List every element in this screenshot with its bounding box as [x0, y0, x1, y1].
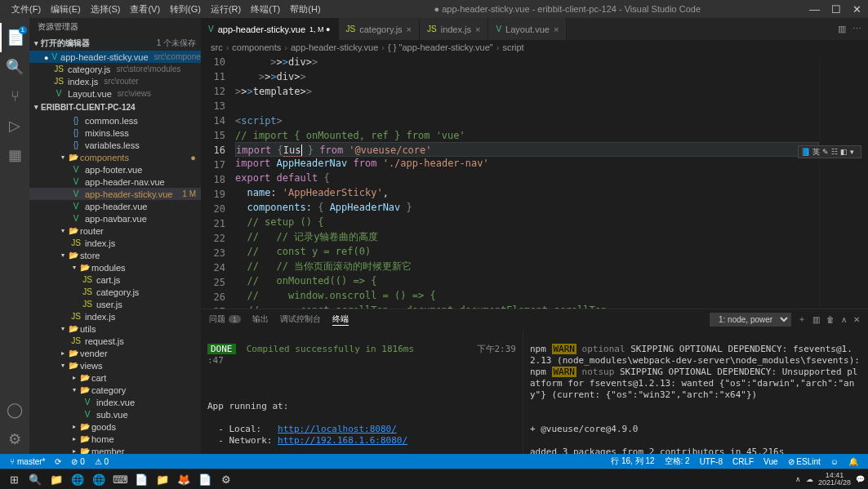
taskbar-app[interactable]: ⌨ — [109, 471, 131, 487]
menu-item[interactable]: 终端(T) — [246, 3, 285, 16]
menu-item[interactable]: 运行(R) — [206, 3, 246, 16]
editor-tab[interactable]: VLayout.vue× — [488, 18, 567, 40]
debug-console-tab[interactable]: 调试控制台 — [280, 313, 321, 325]
terminal-tab[interactable]: 终端 — [332, 313, 349, 326]
more-icon[interactable]: ⋯ — [852, 24, 861, 34]
taskbar-app[interactable]: 🌐 — [88, 471, 109, 487]
output-tab[interactable]: 输出 — [252, 313, 269, 325]
status-item[interactable]: 行 16, 列 12 — [606, 456, 659, 467]
file-app-footer.vue[interactable]: Vapp-footer.vue — [29, 163, 201, 176]
folder-cart[interactable]: ▸📂cart — [29, 371, 201, 384]
errors[interactable]: ⊘ 0 — [66, 457, 89, 466]
file-app-navbar.vue[interactable]: Vapp-navbar.vue — [29, 212, 201, 224]
breadcrumb-item[interactable]: { } "app-header-sticky.vue" — [388, 42, 493, 52]
file-index.vue[interactable]: Vindex.vue — [29, 396, 201, 408]
editor-tab[interactable]: JScategory.js× — [339, 18, 420, 40]
file-common.less[interactable]: {}common.less — [29, 114, 201, 127]
split-terminal-icon[interactable]: ▥ — [812, 315, 820, 324]
maximize-panel-icon[interactable]: ∧ — [841, 315, 847, 324]
new-terminal-icon[interactable]: ＋ — [798, 313, 806, 325]
taskbar-app[interactable]: ⊞ — [3, 471, 24, 487]
project-header[interactable]: ▾ ERIBBIT-CLIENT-PC-124 — [29, 100, 201, 114]
folder-utils[interactable]: ▾📂utils — [29, 322, 201, 335]
settings-icon[interactable]: ⚙ — [0, 425, 29, 454]
taskbar-app[interactable]: 📄 — [131, 471, 152, 487]
status-item[interactable]: UTF-8 — [695, 456, 728, 467]
minimap[interactable] — [819, 55, 868, 309]
taskbar-app[interactable]: 🔍 — [24, 471, 46, 487]
breadcrumb-item[interactable]: src — [211, 42, 223, 52]
folder-member[interactable]: ▸📂member — [29, 445, 201, 454]
git-branch[interactable]: ⑂ master* — [5, 457, 50, 466]
open-editor-item[interactable]: VLayout.vuesrc\views — [29, 87, 201, 100]
menu-item[interactable]: 编辑(E) — [46, 3, 86, 16]
file-app-header-nav.vue[interactable]: Vapp-header-nav.vue — [29, 176, 201, 188]
split-editor-icon[interactable]: ▥ — [838, 24, 846, 34]
code-editor[interactable]: >>>div>> >>>div>>>>>template>><script>//… — [235, 55, 819, 309]
close-panel-icon[interactable]: ✕ — [853, 315, 860, 324]
taskbar-clock[interactable]: 14:41 2021/4/28 — [818, 472, 851, 487]
folder-store[interactable]: ▾📂store — [29, 249, 201, 261]
terminal-right[interactable]: npm WARN optional SKIPPING OPTIONAL DEPE… — [523, 329, 868, 454]
folder-vender[interactable]: ▸📂vender — [29, 347, 201, 359]
editor-tab[interactable]: Vapp-header-sticky.vue1, M ● — [201, 18, 339, 40]
file-mixins.less[interactable]: {}mixins.less — [29, 127, 201, 139]
breadcrumb-item[interactable]: components — [232, 42, 281, 52]
tray-weather[interactable]: ☁ — [806, 475, 813, 483]
status-item[interactable]: ⊘ ESLint — [783, 456, 826, 467]
explorer-icon[interactable]: 📄1 — [0, 23, 29, 52]
status-item[interactable]: CRLF — [728, 456, 759, 467]
taskbar-app[interactable]: 📁 — [152, 471, 173, 487]
terminal-select[interactable]: 1: node, powershell — [710, 313, 791, 327]
account-icon[interactable]: ◯ — [0, 395, 29, 425]
menu-item[interactable]: 转到(G) — [165, 3, 206, 16]
run-icon[interactable]: ▷ — [0, 111, 29, 140]
taskbar-app[interactable]: 🦊 — [173, 471, 194, 487]
folder-components[interactable]: ▾📂components● — [29, 151, 201, 163]
notification-icon[interactable]: 💬 — [856, 475, 865, 483]
ime-toolbar[interactable]: 📘英✎☷◧▾ — [798, 145, 861, 158]
folder-home[interactable]: ▸📂home — [29, 433, 201, 445]
minimize-button[interactable]: — — [809, 3, 820, 16]
status-item[interactable]: Vue — [759, 456, 782, 467]
close-button[interactable]: ✕ — [852, 3, 861, 16]
folder-category[interactable]: ▾📂category — [29, 384, 201, 396]
file-index.js[interactable]: JSindex.js — [29, 237, 201, 249]
open-editor-item[interactable]: JSindex.jssrc\router — [29, 75, 201, 87]
file-sub.vue[interactable]: Vsub.vue — [29, 408, 201, 420]
extensions-icon[interactable]: ▦ — [0, 140, 29, 170]
open-editor-item[interactable]: Vapp-header-sticky.vuesrc\components1 M — [29, 51, 201, 63]
folder-modules[interactable]: ▾📂modules — [29, 261, 201, 273]
search-icon[interactable]: 🔍 — [0, 52, 29, 82]
maximize-button[interactable]: ☐ — [831, 3, 841, 16]
menu-item[interactable]: 帮助(H) — [285, 3, 325, 16]
taskbar-app[interactable]: 📁 — [46, 471, 67, 487]
folder-goods[interactable]: ▸📂goods — [29, 420, 201, 433]
file-app-header-sticky.vue[interactable]: Vapp-header-sticky.vue1 M — [29, 188, 201, 200]
editor-tab[interactable]: JSindex.js× — [420, 18, 488, 40]
folder-views[interactable]: ▾📂views — [29, 359, 201, 371]
open-editors-header[interactable]: ▾ 打开的编辑器 1 个未保存 — [29, 36, 201, 51]
folder-router[interactable]: ▾📂router — [29, 224, 201, 237]
taskbar-app[interactable]: 📄 — [194, 471, 216, 487]
sync-icon[interactable]: ⟳ — [50, 457, 66, 466]
file-index.js[interactable]: JSindex.js — [29, 310, 201, 322]
taskbar-app[interactable]: ⚙ — [216, 471, 237, 487]
tray-chevron[interactable]: ∧ — [795, 475, 801, 483]
file-user.js[interactable]: JSuser.js — [29, 298, 201, 310]
file-cart.js[interactable]: JScart.js — [29, 273, 201, 286]
menu-item[interactable]: 文件(F) — [7, 3, 46, 16]
file-category.js[interactable]: JScategory.js — [29, 286, 201, 298]
menu-item[interactable]: 选择(S) — [86, 3, 126, 16]
terminal-left[interactable]: DONE Compiled successfully in 1816ms下午2:… — [201, 329, 523, 454]
problems-tab[interactable]: 问题1 — [209, 313, 241, 325]
status-item[interactable]: ☺ — [826, 456, 844, 467]
status-item[interactable]: 空格: 2 — [660, 456, 695, 467]
breadcrumb-item[interactable]: script — [502, 42, 523, 52]
taskbar-app[interactable]: 🌐 — [67, 471, 88, 487]
source-control-icon[interactable]: ⑂ — [0, 82, 29, 111]
breadcrumb[interactable]: src›components›app-header-sticky.vue›{ }… — [201, 40, 868, 55]
status-item[interactable]: 🔔 — [844, 456, 863, 467]
kill-terminal-icon[interactable]: 🗑 — [826, 315, 835, 324]
menu-item[interactable]: 查看(V) — [125, 3, 165, 16]
